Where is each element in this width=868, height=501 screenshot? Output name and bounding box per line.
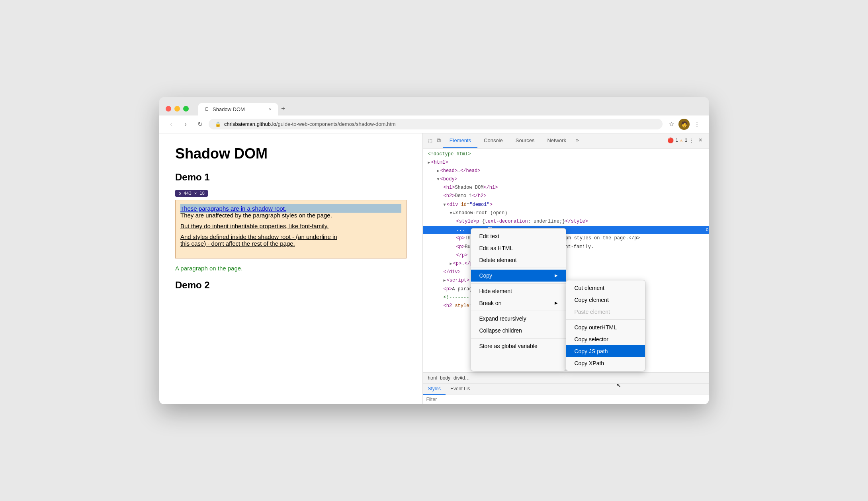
menu-separator-4	[471, 338, 566, 339]
styles-tab-event-listeners[interactable]: Event Lis	[446, 384, 475, 395]
styles-tabs: Styles Event Lis	[423, 384, 709, 395]
submenu-paste-element[interactable]: Paste element	[566, 306, 645, 318]
demo1-heading: Demo 1	[175, 172, 407, 183]
main-area: Shadow DOM Demo 1 p 443 × 18 These parag…	[159, 133, 709, 404]
element-tooltip: p 443 × 18	[175, 190, 208, 197]
lock-icon: 🔒	[215, 121, 221, 127]
inspect-element-button[interactable]: ⬚	[426, 134, 434, 147]
para4: And styles defined inside the shadow roo…	[180, 233, 401, 247]
address-bar[interactable]: 🔒 chrisbateman.github.io/guide-to-web-co…	[209, 119, 663, 129]
dom-body-open[interactable]: ▼<body>	[423, 175, 709, 184]
profile-avatar[interactable]: 🧑	[678, 119, 690, 130]
submenu-copy-element[interactable]: Copy element	[566, 294, 645, 306]
devtools-toolbar: ⬚ ⧉ Elements Console Sources Network » 🔴…	[423, 133, 709, 149]
styles-tab-styles[interactable]: Styles	[423, 384, 446, 395]
forward-button[interactable]: ›	[180, 119, 191, 130]
submenu-copy-outer-html[interactable]: Copy outerHTML	[566, 321, 645, 333]
traffic-lights	[166, 106, 189, 112]
devtools-panel: ⬚ ⧉ Elements Console Sources Network » 🔴…	[423, 133, 709, 404]
menu-item-hide[interactable]: Hide element	[471, 285, 566, 297]
maximize-button[interactable]	[183, 106, 189, 112]
para1-selected: These paragraphs are in a shadow root.	[180, 204, 401, 213]
para3: But they do inherit inheritable properti…	[180, 223, 401, 229]
dom-div-demo1[interactable]: ▼<div id="demo1">	[423, 201, 709, 209]
submenu-copy-xpath[interactable]: Copy XPath	[566, 357, 645, 369]
dom-style-tag[interactable]: <style>p {text-decoration: underline;}</…	[423, 217, 709, 226]
menu-item-collapse-children[interactable]: Collapse children	[471, 325, 566, 337]
dom-head[interactable]: ▶<head>…</head>	[423, 167, 709, 175]
tab-network[interactable]: Network	[541, 133, 573, 148]
submenu-copy-selector[interactable]: Copy selector	[566, 333, 645, 345]
error-badge: 🔴 1 ⚠️ 1	[667, 137, 687, 144]
menu-separator-1	[471, 268, 566, 268]
menu-item-copy[interactable]: Copy ▶	[471, 270, 566, 282]
back-button[interactable]: ‹	[166, 119, 177, 130]
context-menu[interactable]: Edit text Edit as HTML Delete element Co…	[471, 228, 566, 371]
error-icon: 🔴	[667, 137, 674, 144]
devtools-settings-button[interactable]: ⋮	[687, 135, 695, 147]
warning-count: 1	[684, 138, 687, 143]
menu-item-delete[interactable]: Delete element	[471, 254, 566, 266]
tab-more-button[interactable]: »	[573, 133, 582, 148]
submenu-copy-js-path[interactable]: Copy JS path	[566, 345, 645, 357]
page-title: Shadow DOM	[175, 145, 407, 162]
menu-item-edit-html[interactable]: Edit as HTML	[471, 242, 566, 254]
minimize-button[interactable]	[174, 106, 180, 112]
context-menu-container: Edit text Edit as HTML Delete element Co…	[471, 228, 645, 371]
tab-close-button[interactable]: ×	[269, 107, 272, 112]
title-bar: 🗒 Shadow DOM × +	[159, 97, 709, 115]
tab-bar: 🗒 Shadow DOM × +	[198, 102, 702, 115]
dom-doctype: <!doctype html>	[423, 150, 709, 159]
submenu-cut-element[interactable]: Cut element	[566, 282, 645, 294]
dom-html[interactable]: ▶<html>	[423, 159, 709, 167]
tab-label: Shadow DOM	[213, 106, 245, 112]
nav-bar: ‹ › ↻ 🔒 chrisbateman.github.io/guide-to-…	[159, 115, 709, 133]
address-text: chrisbateman.github.io/guide-to-web-comp…	[224, 121, 396, 127]
dom-h2-demo1[interactable]: <h2>Demo 1</h2>	[423, 192, 709, 200]
filter-bar	[423, 395, 709, 404]
error-count: 1	[675, 138, 678, 143]
para2: They are unaffected by the paragraph sty…	[180, 212, 401, 219]
menu-item-break-on[interactable]: Break on ▶	[471, 297, 566, 309]
menu-item-edit-text[interactable]: Edit text	[471, 230, 566, 242]
tab-console[interactable]: Console	[477, 133, 509, 148]
submenu-sep-1	[566, 319, 645, 320]
page-content: Shadow DOM Demo 1 p 443 × 18 These parag…	[159, 133, 423, 404]
demo2-heading: Demo 2	[175, 280, 407, 291]
reload-button[interactable]: ↻	[194, 119, 205, 130]
dom-shadow-root[interactable]: ▼#shadow-root (open)	[423, 209, 709, 217]
nav-actions: ☆ 🧑 ⋮	[666, 119, 702, 130]
browser-menu-button[interactable]: ⋮	[691, 119, 702, 130]
device-toolbar-button[interactable]: ⧉	[434, 134, 443, 147]
devtools-close-button[interactable]: ×	[695, 134, 706, 147]
menu-item-expand-recursively[interactable]: Expand recursively	[471, 313, 566, 325]
tab-page-icon: 🗒	[205, 106, 209, 112]
filter-input[interactable]	[426, 397, 706, 402]
tab-sources[interactable]: Sources	[509, 133, 541, 148]
dom-h1[interactable]: <h1>Shadow DOM</h1>	[423, 184, 709, 192]
menu-separator-3	[471, 311, 566, 311]
warning-icon: ⚠️	[680, 137, 683, 144]
devtools-body: <!doctype html> ▶<html> ▶<head>…</head> …	[423, 149, 709, 404]
menu-item-store-global[interactable]: Store as global variable	[471, 340, 566, 352]
browser-tab[interactable]: 🗒 Shadow DOM ×	[198, 103, 278, 115]
tab-elements[interactable]: Elements	[443, 133, 477, 148]
bookmark-button[interactable]: ☆	[666, 119, 677, 130]
breadcrumb-bar: html body div#d…	[423, 372, 709, 384]
close-button[interactable]	[166, 106, 171, 112]
breadcrumb-html[interactable]: html	[426, 374, 438, 382]
copy-submenu[interactable]: Cut element Copy element Paste element C…	[566, 280, 645, 371]
shadow-root-box: These paragraphs are in a shadow root. T…	[175, 200, 407, 258]
para-green: A paragraph on the page.	[175, 265, 407, 272]
devtools-tabs: Elements Console Sources Network »	[443, 133, 667, 148]
new-tab-button[interactable]: +	[278, 102, 289, 115]
breadcrumb-div[interactable]: div#d…	[452, 374, 471, 382]
breadcrumb-body[interactable]: body	[438, 374, 452, 382]
browser-window: 🗒 Shadow DOM × + ‹ › ↻ 🔒 chrisbateman.gi…	[159, 97, 709, 404]
menu-separator-2	[471, 283, 566, 284]
